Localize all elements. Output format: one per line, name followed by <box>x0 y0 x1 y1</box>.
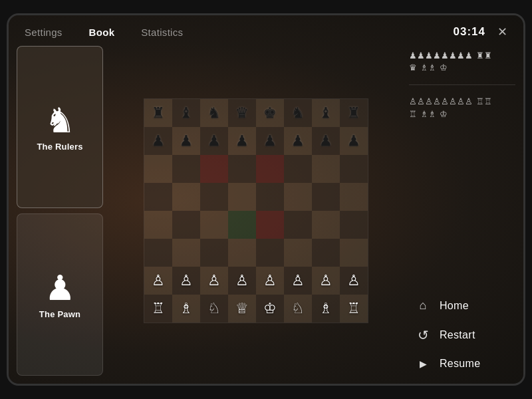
cell-26[interactable] <box>200 183 228 211</box>
cell-36[interactable] <box>256 211 284 239</box>
cell-6[interactable]: ♝ <box>312 99 340 127</box>
cell-7[interactable]: ♜ <box>340 99 368 127</box>
cell-20[interactable] <box>256 155 284 183</box>
cell-25[interactable] <box>172 183 200 211</box>
cell-11[interactable]: ♟ <box>228 127 256 155</box>
cell-12[interactable]: ♟ <box>256 127 284 155</box>
chess-piece: ♜ <box>347 106 360 120</box>
cell-45[interactable] <box>284 239 312 267</box>
chess-piece: ♟ <box>180 134 193 148</box>
home-menu-item[interactable]: ⌂ Home <box>409 293 515 319</box>
chess-piece: ♔ <box>263 301 277 316</box>
cell-47[interactable] <box>340 239 368 267</box>
cell-0[interactable]: ♜ <box>144 99 172 127</box>
cell-15[interactable]: ♟ <box>340 127 368 155</box>
cell-33[interactable] <box>172 211 200 239</box>
cell-61[interactable]: ♘ <box>284 295 312 323</box>
cell-49[interactable]: ♙ <box>172 267 200 295</box>
cell-23[interactable] <box>340 155 368 183</box>
cell-60[interactable]: ♔ <box>256 295 284 323</box>
cell-2[interactable]: ♞ <box>200 99 228 127</box>
cell-40[interactable] <box>144 239 172 267</box>
cell-62[interactable]: ♗ <box>312 295 340 323</box>
cell-21[interactable] <box>284 155 312 183</box>
book-card-pawn[interactable]: ♟ The Pawn <box>17 213 103 376</box>
cell-54[interactable]: ♙ <box>312 267 340 295</box>
cell-57[interactable]: ♗ <box>172 295 200 323</box>
cell-35[interactable] <box>228 211 256 239</box>
cell-59[interactable]: ♕ <box>228 295 256 323</box>
cell-14[interactable]: ♟ <box>312 127 340 155</box>
cell-8[interactable]: ♟ <box>144 127 172 155</box>
cell-53[interactable]: ♙ <box>284 267 312 295</box>
cell-16[interactable] <box>144 155 172 183</box>
tab-book[interactable]: Book <box>89 27 115 38</box>
cell-5[interactable]: ♞ <box>284 99 312 127</box>
cell-63[interactable]: ♖ <box>340 295 368 323</box>
chess-piece: ♜ <box>152 106 165 120</box>
chess-piece: ♛ <box>235 106 249 120</box>
cell-30[interactable] <box>312 183 340 211</box>
cell-27[interactable] <box>228 183 256 211</box>
close-button[interactable]: ✕ <box>497 25 507 39</box>
cell-17[interactable] <box>172 155 200 183</box>
cell-55[interactable]: ♙ <box>340 267 368 295</box>
chess-piece: ♟ <box>263 134 277 148</box>
pawn-icon: ♟ <box>45 271 76 305</box>
cell-43[interactable] <box>228 239 256 267</box>
captured-black-section: ♟♟♟♟♟♟♟♟ ♜♜ ♛ ♗♗ ♔ <box>409 46 515 78</box>
cell-37[interactable] <box>284 211 312 239</box>
rulers-label: The Rulers <box>37 142 82 152</box>
chess-piece: ♟ <box>319 134 332 148</box>
restart-icon: ↺ <box>416 327 430 343</box>
cell-18[interactable] <box>200 155 228 183</box>
cell-3[interactable]: ♛ <box>228 99 256 127</box>
cell-24[interactable] <box>144 183 172 211</box>
cell-4[interactable]: ♚ <box>256 99 284 127</box>
cell-56[interactable]: ♖ <box>144 295 172 323</box>
chess-piece: ♕ <box>235 301 249 316</box>
cell-44[interactable] <box>256 239 284 267</box>
header-right: 03:14 ✕ <box>454 25 507 39</box>
menu-items: ⌂ Home ↺ Restart ▶ Resume <box>409 286 515 376</box>
cell-58[interactable]: ♘ <box>200 295 228 323</box>
cell-19[interactable] <box>228 155 256 183</box>
home-label: Home <box>440 300 469 312</box>
chess-piece: ♗ <box>180 301 193 316</box>
cell-32[interactable] <box>144 211 172 239</box>
captured-white-row2: ♖ ♗♗ ♔ <box>409 108 515 120</box>
book-card-rulers[interactable]: ♞ The Rulers <box>17 46 103 208</box>
captured-black-row1: ♟♟♟♟♟♟♟♟ ♜♜ <box>409 50 515 62</box>
cell-13[interactable]: ♟ <box>284 127 312 155</box>
restart-menu-item[interactable]: ↺ Restart <box>409 321 515 349</box>
resume-menu-item[interactable]: ▶ Resume <box>409 352 515 376</box>
cell-48[interactable]: ♙ <box>144 267 172 295</box>
cell-50[interactable]: ♙ <box>200 267 228 295</box>
chess-piece: ♘ <box>207 301 221 316</box>
cell-9[interactable]: ♟ <box>172 127 200 155</box>
cell-1[interactable]: ♝ <box>172 99 200 127</box>
chess-piece: ♞ <box>207 106 221 120</box>
resume-icon: ▶ <box>416 358 430 369</box>
cell-42[interactable] <box>200 239 228 267</box>
left-sidebar: ♞ The Rulers ♟ The Pawn <box>17 46 103 376</box>
cell-34[interactable] <box>200 211 228 239</box>
cell-41[interactable] <box>172 239 200 267</box>
cell-52[interactable]: ♙ <box>256 267 284 295</box>
chess-piece: ♙ <box>347 273 360 288</box>
main-content: ♞ The Rulers ♟ The Pawn ♜♝♞♛♚♞♝♜♟♟♟♟♟♟♟♟… <box>9 46 523 384</box>
divider-1 <box>409 84 515 85</box>
cell-22[interactable] <box>312 155 340 183</box>
tab-settings[interactable]: Settings <box>25 27 63 38</box>
cell-39[interactable] <box>340 211 368 239</box>
cell-38[interactable] <box>312 211 340 239</box>
cell-29[interactable] <box>284 183 312 211</box>
cell-10[interactable]: ♟ <box>200 127 228 155</box>
cell-28[interactable] <box>256 183 284 211</box>
board-area: ♜♝♞♛♚♞♝♜♟♟♟♟♟♟♟♟♙♙♙♙♙♙♙♙♖♗♘♕♔♘♗♖ <box>110 46 402 376</box>
tab-statistics[interactable]: Statistics <box>141 27 183 38</box>
cell-46[interactable] <box>312 239 340 267</box>
chess-piece: ♙ <box>319 273 332 288</box>
cell-31[interactable] <box>340 183 368 211</box>
cell-51[interactable]: ♙ <box>228 267 256 295</box>
